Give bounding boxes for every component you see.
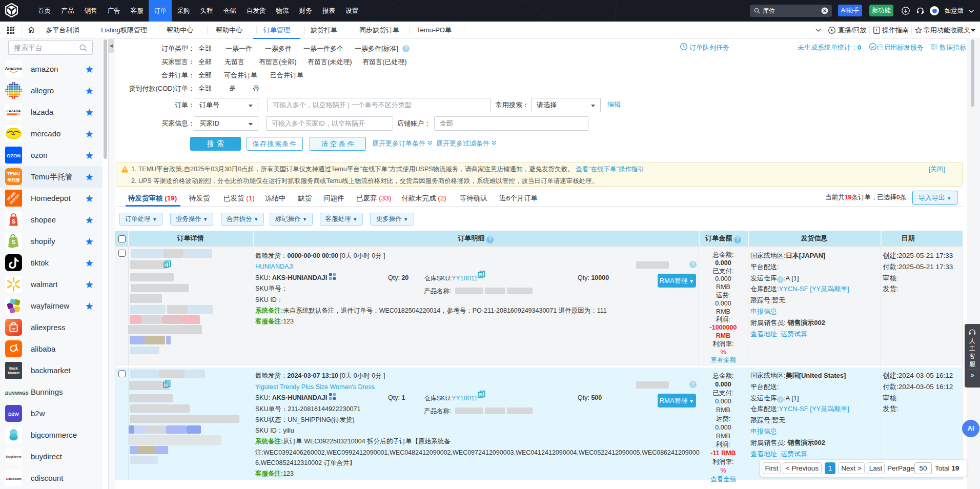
svg-text:Cdiscount: Cdiscount: [6, 477, 21, 480]
svg-text:S: S: [12, 239, 15, 245]
svg-text:BuyDirect: BuyDirect: [6, 455, 22, 459]
svg-text:BUNNINGS: BUNNINGS: [5, 391, 29, 396]
svg-text:OZON: OZON: [7, 153, 21, 158]
svg-text:Market: Market: [8, 371, 20, 375]
svg-text:TEMU: TEMU: [7, 171, 20, 176]
svg-text:Back: Back: [9, 366, 18, 371]
svg-text:B2W: B2W: [8, 412, 19, 417]
svg-text:S: S: [12, 218, 15, 225]
svg-text:半托管: 半托管: [7, 178, 20, 182]
